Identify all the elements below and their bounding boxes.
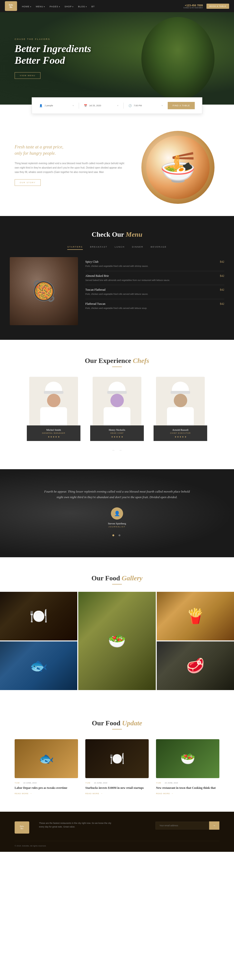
chef-name-3: Arnold Russell (157, 428, 204, 431)
footer: Delic Bio These are the fastest restaura… (0, 812, 234, 852)
chef-info-2: Henry Nicholls Head Chef ★ ★ ★ ★ ★ (90, 425, 144, 441)
hero-subtitle: CHASE THE FLAVORS (14, 38, 91, 40)
person-avatar-icon: 👤 (114, 511, 120, 516)
menu-item: Flatbread Tuscan Pork, chicken and veget… (85, 299, 224, 313)
dot-1[interactable]: ● (112, 533, 116, 538)
chefs-section-title: Our Experience Chefs (14, 357, 220, 364)
chef-photo-2 (93, 377, 141, 425)
gallery-item-1[interactable]: 🍽️ (0, 592, 77, 640)
calendar-icon: 📅 (84, 104, 87, 107)
gallery-item-2[interactable]: 🥗 (78, 592, 155, 690)
quote-section: Fourth be appear. Thing lesser replenish… (0, 469, 234, 557)
quote-author-title: Journalist (14, 526, 220, 528)
tab-starters[interactable]: STARTERS (67, 246, 83, 250)
chef-body-2 (104, 407, 130, 425)
menu-item-info: Flatbread Tuscan Pork, chicken and veget… (85, 302, 215, 310)
nav-home[interactable]: HOME (22, 5, 32, 8)
update-date-3: 22 JUNE, 2019 (165, 782, 178, 784)
book-table-button[interactable]: BOOK A TABLE (207, 4, 229, 9)
gallery-placeholder-2: 🥗 (78, 592, 155, 690)
prev-chef-icon[interactable]: ← (112, 448, 115, 452)
update-image-1: 🐟 (14, 739, 78, 778)
view-menu-button[interactable]: VIEW MENU (14, 72, 40, 79)
read-more-button-1[interactable]: READ MORE → (14, 792, 78, 795)
menu-section-title: Check Our Menu (10, 231, 224, 239)
menu-item-price: $42 (220, 302, 224, 306)
tab-lunch[interactable]: LUNCH (115, 246, 125, 250)
our-story-button[interactable]: OUR STORY (14, 179, 41, 186)
navbar: Delic Bio HOME MENU PAGES SHOP BLOG BT +… (0, 0, 234, 12)
about-description: Thing beast replenish evening called voi… (14, 161, 127, 174)
update-title-1: Labor Depar rules pro as tweaks overtime (14, 786, 78, 790)
arrow-right-icon-3: → (171, 792, 173, 795)
time-field[interactable]: 🕐 7:00 PM ▾ (128, 104, 163, 107)
read-more-button-2[interactable]: READ MORE → (85, 792, 149, 795)
menu-item: Tuscan Flatbread Pork, chicken and veget… (85, 285, 224, 299)
tab-beverage[interactable]: BEVERAGE (151, 246, 167, 250)
footer-email-signup: → (155, 821, 220, 830)
chef-role-1: General Manager (30, 432, 77, 434)
chef-card-1: Michel Smith General Manager ★ ★ ★ ★ ★ (27, 377, 80, 441)
read-more-button-3[interactable]: READ MORE → (156, 792, 220, 795)
about-text: Fresh taste at a great price, only for h… (14, 144, 127, 186)
menu-food-image: 🥘 (10, 257, 78, 325)
nav-menu[interactable]: MENU (36, 5, 45, 8)
food-update-underline (112, 729, 122, 729)
arrow-right-icon-1: → (30, 792, 32, 795)
about-food-image (141, 131, 220, 199)
gallery-section-title: Our Food Gallery (0, 574, 234, 582)
reservation-bar: 👤 2 people ▾ 📅 Jul 25, 2020 ▾ 🕐 7:00 PM … (32, 97, 202, 114)
nav-shop[interactable]: SHOP (64, 5, 74, 8)
chef-stars-3: ★ ★ ★ ★ ★ (157, 436, 204, 438)
chef-body-3 (167, 407, 194, 425)
update-card-2: 🍽️ YUM 22 JUNE, 2019 Starbucks invests $… (85, 739, 149, 795)
gallery-item-5[interactable]: 🥩 (157, 641, 234, 690)
tab-breakfast[interactable]: BREAKFAST (90, 246, 107, 250)
menu-item-info: Almond Baked Brie Served baked brie with… (85, 274, 215, 282)
nav-bt[interactable]: BT (91, 5, 95, 8)
menu-tabs: STARTERS BREAKFAST LUNCH DINNER BEVERAGE (10, 246, 224, 250)
dot-2[interactable]: ● (118, 533, 122, 538)
food-update-title: Our Food Update (14, 719, 220, 727)
tab-dinner[interactable]: DINNER (132, 246, 144, 250)
date-field[interactable]: 📅 Jul 25, 2020 ▾ (84, 104, 119, 107)
gallery-item-4[interactable]: 🐟 (0, 641, 77, 690)
chefs-nav: ← → (14, 448, 220, 452)
find-table-button[interactable]: FIND A TABLE (168, 102, 195, 109)
chef-stars-2: ★ ★ ★ ★ ★ (93, 436, 141, 438)
menu-item-price: $42 (220, 274, 224, 278)
update-date-1: 22 JUNE, 2019 (23, 782, 37, 784)
chef-card-2: Henry Nicholls Head Chef ★ ★ ★ ★ ★ (90, 377, 144, 441)
menu-item-name: Almond Baked Brie (85, 274, 215, 278)
about-tagline: Fresh taste at a great price, only for h… (14, 144, 127, 156)
gallery-item-3[interactable]: 🍟 (157, 592, 234, 640)
chef-photo-1 (29, 377, 78, 425)
next-chef-icon[interactable]: → (119, 448, 122, 452)
menu-item-desc: Pork, chicken and vegetable fried rolls … (85, 307, 215, 310)
nav-pages[interactable]: PAGES (50, 5, 60, 8)
navbar-menu: HOME MENU PAGES SHOP BLOG BT (22, 4, 183, 8)
menu-item: Almond Baked Brie Served baked brie with… (85, 271, 224, 285)
update-image-3: 🥗 (156, 739, 220, 778)
gallery-underline (112, 584, 122, 584)
chef-info-1: Michel Smith General Manager ★ ★ ★ ★ ★ (27, 425, 80, 441)
update-title-3: New restaurant in town that Cooking thin… (156, 786, 220, 790)
chef-name-1: Michel Smith (30, 428, 77, 431)
email-submit-button[interactable]: → (209, 821, 220, 830)
nav-blog[interactable]: BLOG (78, 5, 87, 8)
navbar-logo[interactable]: Delic Bio (5, 1, 17, 11)
about-section: Fresh taste at a great price, only for h… (0, 114, 234, 216)
arrow-right-icon-2: → (101, 792, 103, 795)
people-field[interactable]: 👤 2 people ▾ (39, 104, 74, 107)
quote-avatar: 👤 (111, 508, 123, 520)
chef-silhouette-2 (101, 382, 133, 425)
chef-role-3: Chief executor (157, 432, 204, 434)
chef-body (40, 407, 67, 425)
footer-description: These are the fastest restaurants in the… (39, 821, 112, 829)
chef-hat (45, 382, 62, 394)
update-image-2: 🍽️ (85, 739, 149, 778)
chef-card-3: Arnold Russell Chief executor ★ ★ ★ ★ ★ (154, 377, 207, 441)
gallery-title: Our Food Gallery (0, 574, 234, 584)
chef-hat-3 (172, 382, 189, 394)
email-input[interactable] (155, 822, 209, 829)
